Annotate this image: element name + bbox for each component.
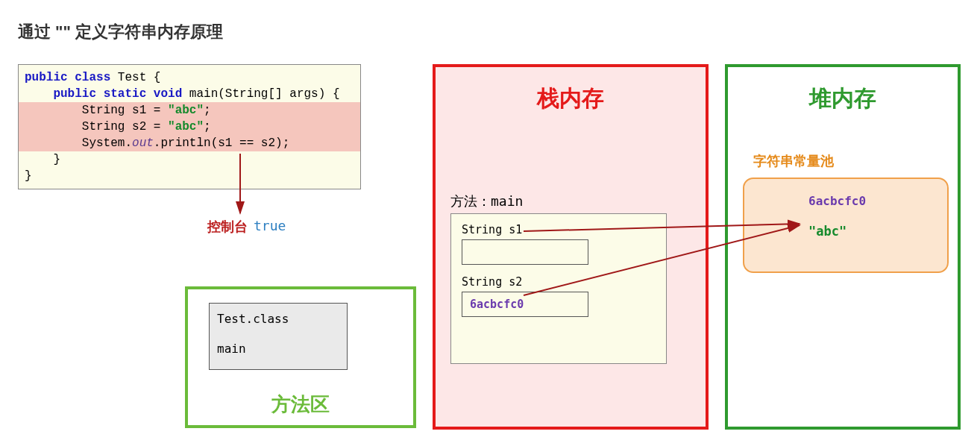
stack-title: 栈内存 xyxy=(436,84,706,114)
pool-value: "abc" xyxy=(808,224,846,239)
stack-frame: String s1 String s2 6acbcfc0 xyxy=(450,213,667,364)
heap-title: 堆内存 xyxy=(728,84,958,114)
stack-method-label: 方法：main xyxy=(450,192,523,210)
console-label: 控制台 xyxy=(207,218,248,236)
var-s2-label: String s2 xyxy=(462,275,656,289)
var-s2-value: 6acbcfc0 xyxy=(462,292,588,317)
var-s1-label: String s1 xyxy=(462,223,656,236)
method-name: main xyxy=(217,339,339,359)
pool-address: 6acbcfc0 xyxy=(808,194,866,208)
page-title: 通过 "" 定义字符串内存原理 xyxy=(18,21,223,43)
code-block: public class Test { public static void m… xyxy=(18,64,361,189)
string-pool-label: 字符串常量池 xyxy=(753,152,834,170)
code-line-5: System.out.println(s1 == s2); xyxy=(19,135,360,151)
method-area-title: 方法区 xyxy=(188,392,413,418)
code-line-6: } xyxy=(19,151,360,168)
code-line-7: } xyxy=(19,168,360,184)
code-line-2: public static void main(String[] args) { xyxy=(19,86,360,102)
string-pool-box: 6acbcfc0 "abc" xyxy=(743,178,949,273)
code-line-1: public class Test { xyxy=(19,69,360,86)
code-line-4: String s2 = "abc"; xyxy=(19,119,360,135)
method-area-box: Test.class main 方法区 xyxy=(185,286,416,428)
class-name: Test.class xyxy=(217,310,339,329)
code-line-3: String s1 = "abc"; xyxy=(19,102,360,119)
var-s1-value xyxy=(462,239,588,265)
heap-memory-box: 堆内存 字符串常量池 6acbcfc0 "abc" xyxy=(725,64,961,430)
class-box: Test.class main xyxy=(209,303,348,370)
stack-memory-box: 栈内存 方法：main String s1 String s2 6acbcfc0 xyxy=(433,64,709,430)
console-value: true xyxy=(254,218,286,233)
